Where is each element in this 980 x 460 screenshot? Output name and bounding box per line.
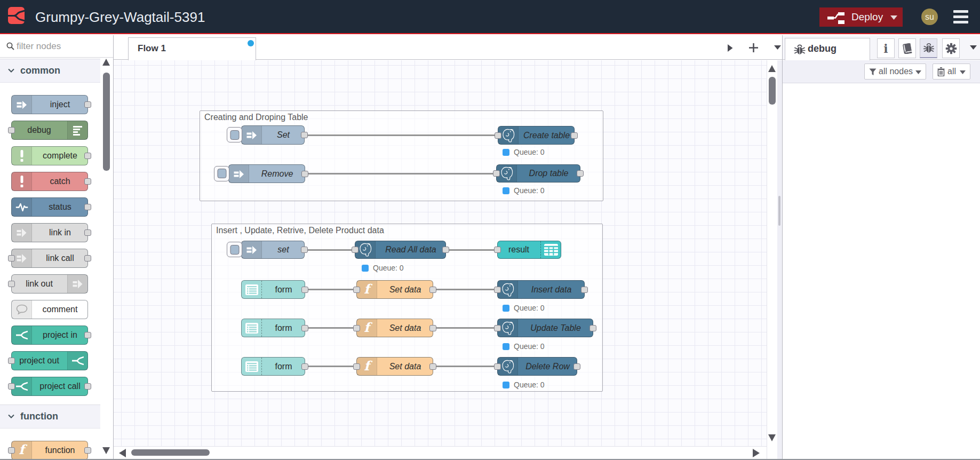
output-port[interactable] xyxy=(301,132,308,138)
input-port[interactable] xyxy=(353,325,360,331)
input-port[interactable] xyxy=(494,325,501,331)
flow-node-update[interactable]: Update Table xyxy=(497,319,593,337)
input-port[interactable] xyxy=(8,358,15,364)
add-flow-icon[interactable] xyxy=(749,43,758,52)
sidebar-menu-caret-icon[interactable] xyxy=(970,45,977,50)
palette-node-catch[interactable]: catch xyxy=(11,172,88,191)
palette-node-inject[interactable]: inject xyxy=(11,95,88,114)
debug-filter-button[interactable]: all nodes xyxy=(864,64,926,80)
output-port[interactable] xyxy=(429,287,436,293)
output-port[interactable] xyxy=(84,229,91,236)
output-port[interactable] xyxy=(301,325,308,331)
sidebar-tab-debug-icon[interactable] xyxy=(920,38,937,58)
input-port[interactable] xyxy=(8,255,15,261)
input-port[interactable] xyxy=(495,132,501,139)
palette-category-common[interactable]: common xyxy=(0,59,100,83)
main-menu-icon[interactable] xyxy=(953,10,968,24)
input-port[interactable] xyxy=(353,363,360,370)
output-port[interactable] xyxy=(429,363,436,370)
flow-node-delete[interactable]: Delete Row xyxy=(497,357,577,376)
output-port[interactable] xyxy=(84,178,91,185)
palette-scrollbar-thumb[interactable] xyxy=(103,73,110,171)
flow-node-read[interactable]: Read All data xyxy=(355,241,446,259)
palette-node-function[interactable]: ffunction xyxy=(11,441,88,460)
palette-node-complete[interactable]: complete xyxy=(11,146,88,165)
output-port[interactable] xyxy=(84,153,91,159)
input-port[interactable] xyxy=(494,363,501,370)
sidebar-tab-debug[interactable]: debug xyxy=(785,38,870,60)
output-port[interactable] xyxy=(589,325,596,331)
tab-scroll-right-icon[interactable] xyxy=(727,44,733,52)
flow-node-form1[interactable]: form xyxy=(241,280,305,299)
flow-node-set1[interactable]: Set xyxy=(241,125,305,145)
input-port[interactable] xyxy=(8,127,15,133)
output-port[interactable] xyxy=(301,287,308,293)
flow-node-drop[interactable]: Drop table xyxy=(496,164,580,183)
flow-node-set2[interactable]: set xyxy=(241,241,305,259)
wire[interactable] xyxy=(305,173,496,175)
palette-node-status[interactable]: status xyxy=(11,197,88,217)
sidebar-tab-help[interactable] xyxy=(898,38,916,58)
flow-node-remove[interactable]: Remove xyxy=(228,164,305,183)
deploy-button[interactable]: Deploy xyxy=(819,7,903,27)
wire[interactable] xyxy=(446,249,497,251)
input-port[interactable] xyxy=(494,247,501,253)
palette-scroll-up-icon[interactable] xyxy=(102,59,110,66)
output-port[interactable] xyxy=(84,332,91,338)
output-port[interactable] xyxy=(301,247,308,253)
flow-node-form2[interactable]: form xyxy=(241,319,305,337)
inject-button[interactable] xyxy=(227,242,242,257)
output-port[interactable] xyxy=(571,132,578,139)
wire[interactable] xyxy=(305,289,356,290)
inject-button[interactable] xyxy=(227,127,242,142)
wire[interactable] xyxy=(305,366,356,367)
output-port[interactable] xyxy=(84,204,91,210)
flow-list-caret-icon[interactable] xyxy=(774,45,781,50)
input-port[interactable] xyxy=(352,247,358,253)
output-port[interactable] xyxy=(84,101,91,108)
palette-node-link-out[interactable]: link out xyxy=(11,274,88,294)
palette-node-link-in[interactable]: link in xyxy=(11,223,88,242)
debug-messages-panel[interactable] xyxy=(783,84,980,459)
flow-node-result[interactable]: result xyxy=(497,241,561,259)
output-port[interactable] xyxy=(429,325,436,331)
debug-clear-button[interactable]: all xyxy=(933,64,970,80)
wire[interactable] xyxy=(433,327,497,329)
palette-node-comment[interactable]: comment xyxy=(11,300,88,319)
user-avatar[interactable]: su xyxy=(921,9,938,25)
input-port[interactable] xyxy=(8,383,15,390)
output-port[interactable] xyxy=(577,170,584,177)
wire[interactable] xyxy=(305,134,498,136)
app-logo-icon[interactable] xyxy=(8,7,25,24)
output-port[interactable] xyxy=(84,447,91,454)
output-port[interactable] xyxy=(84,383,91,390)
palette-node-project-in[interactable]: project in xyxy=(11,326,88,345)
palette-category-function[interactable]: function xyxy=(0,405,100,429)
wire[interactable] xyxy=(305,327,356,329)
flow-node-insert[interactable]: Insert data xyxy=(497,280,585,299)
output-port[interactable] xyxy=(84,255,91,261)
flow-node-create[interactable]: Create table xyxy=(498,126,575,145)
palette-search[interactable]: filter nodes xyxy=(0,35,113,58)
palette-scroll-down-icon[interactable] xyxy=(102,447,110,454)
palette-node-debug[interactable]: debug xyxy=(11,121,88,140)
input-port[interactable] xyxy=(8,447,15,454)
palette-node-project-call[interactable]: project call xyxy=(11,377,88,396)
wire[interactable] xyxy=(433,289,497,290)
flow-node-form3[interactable]: form xyxy=(241,357,305,376)
wire[interactable] xyxy=(305,249,355,251)
input-port[interactable] xyxy=(494,287,501,293)
inject-button[interactable] xyxy=(214,166,229,181)
wire[interactable] xyxy=(433,366,497,367)
output-port[interactable] xyxy=(581,287,588,293)
palette-node-link-call[interactable]: link call xyxy=(11,249,88,268)
output-port[interactable] xyxy=(301,171,308,177)
input-port[interactable] xyxy=(353,287,360,293)
output-port[interactable] xyxy=(301,363,308,370)
input-port[interactable] xyxy=(493,170,500,177)
deploy-caret-icon[interactable] xyxy=(890,15,897,20)
flow-node-fn3[interactable]: fSet data xyxy=(356,357,433,376)
input-port[interactable] xyxy=(8,281,15,287)
palette-node-project-out[interactable]: project out xyxy=(11,351,88,370)
flow-node-fn1[interactable]: fSet data xyxy=(356,280,433,299)
